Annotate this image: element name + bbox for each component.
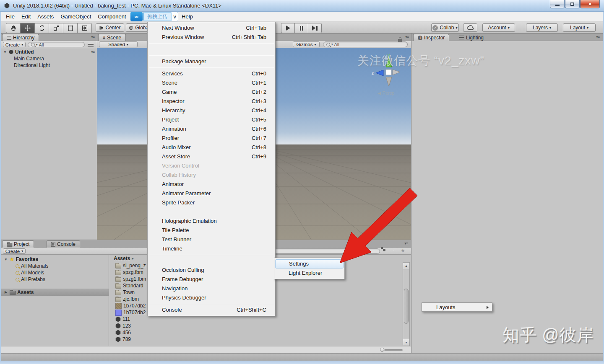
lock-icon[interactable] bbox=[398, 39, 402, 42]
menu-item[interactable]: Holographic Emulation bbox=[148, 217, 275, 226]
menu-item[interactable] bbox=[149, 67, 274, 68]
persp-toggle[interactable]: ◀ Persp bbox=[378, 90, 394, 96]
menu-item[interactable]: Hierarchy Ctrl+4 bbox=[148, 106, 275, 115]
foldout-icon[interactable]: ▶ bbox=[4, 290, 8, 294]
tab-hierarchy[interactable]: Hierarchy bbox=[2, 34, 39, 41]
create-dropdown[interactable]: Create ▾ bbox=[3, 248, 26, 254]
asset-item[interactable]: 123 bbox=[109, 323, 403, 329]
menu-item[interactable]: Console Ctrl+Shift+C bbox=[148, 305, 275, 315]
pane-menu-icon[interactable]: ▾≡ bbox=[91, 35, 94, 39]
axis-down-cone[interactable] bbox=[386, 77, 392, 86]
menu-item[interactable] bbox=[149, 304, 274, 304]
search-input[interactable]: ▾ All bbox=[28, 42, 85, 47]
maximize-button[interactable] bbox=[565, 0, 580, 8]
asset-list-scrollbar[interactable]: ▲ ▼ bbox=[403, 262, 410, 346]
collab-button[interactable]: ✓ Collab ▾ bbox=[431, 23, 459, 32]
move-tool-button[interactable] bbox=[20, 23, 35, 33]
menu-item[interactable]: Next Window Ctrl+Tab bbox=[148, 23, 275, 33]
pane-menu-icon[interactable]: ▾≡ bbox=[91, 50, 94, 54]
submenu-item[interactable]: Settings bbox=[275, 259, 344, 268]
menu-item[interactable]: Project Ctrl+5 bbox=[148, 115, 275, 124]
menu-item[interactable]: Scene Ctrl+1 bbox=[148, 78, 275, 88]
menu-item[interactable]: Test Runner bbox=[148, 235, 275, 244]
menu-item[interactable]: Audio Mixer Ctrl+8 bbox=[148, 143, 275, 152]
scrollbar-thumb[interactable] bbox=[404, 289, 409, 324]
gizmos-dropdown[interactable]: Gizmos ▾ bbox=[293, 41, 320, 47]
menubar-item[interactable]: Component bbox=[94, 12, 129, 22]
project-search-input[interactable]: ▾ bbox=[259, 248, 380, 254]
menu-item[interactable]: Asset Store Ctrl+9 bbox=[148, 152, 275, 161]
menu-item[interactable]: Animator Parameter bbox=[148, 189, 275, 198]
tab-lighting[interactable]: Lighting bbox=[455, 34, 488, 41]
filter-icon[interactable] bbox=[88, 43, 94, 46]
tab-inspector[interactable]: i Inspector bbox=[413, 34, 449, 41]
menubar-item[interactable]: Assets bbox=[34, 12, 57, 22]
favorites-filter-icon[interactable]: ★ bbox=[401, 248, 405, 253]
step-button[interactable] bbox=[308, 23, 322, 33]
rotate-tool-button[interactable] bbox=[34, 23, 49, 33]
favorites-item[interactable]: All Materials bbox=[1, 263, 109, 269]
foldout-icon[interactable]: ▼ bbox=[3, 50, 7, 54]
scene-root-row[interactable]: ▼ Untitled ▾≡ bbox=[1, 49, 97, 55]
axis-z-cone[interactable] bbox=[376, 70, 383, 76]
menu-item[interactable]: Package Manager bbox=[148, 57, 275, 66]
gizmo-center-cube[interactable] bbox=[386, 70, 391, 75]
scroll-down-button[interactable]: ▼ bbox=[403, 339, 409, 346]
axis-x-cone[interactable] bbox=[393, 70, 400, 75]
menu-item[interactable]: Services Ctrl+0 bbox=[148, 69, 275, 78]
menu-item[interactable]: Navigation bbox=[148, 284, 275, 293]
favorites-item[interactable]: All Prefabs bbox=[1, 276, 109, 283]
menu-item[interactable]: Previous Window Ctrl+Shift+Tab bbox=[148, 33, 275, 42]
pane-menu-icon[interactable]: ▾≡ bbox=[596, 35, 599, 39]
transform-tool-button[interactable] bbox=[77, 23, 92, 33]
tab-scene[interactable]: # Scene bbox=[98, 34, 126, 41]
hierarchy-item[interactable]: Directional Light bbox=[1, 62, 97, 69]
menu-item[interactable]: Occlusion Culling bbox=[148, 266, 275, 275]
zoom-slider-track[interactable] bbox=[384, 349, 403, 351]
account-dropdown[interactable]: Account ▾ bbox=[482, 23, 515, 32]
menu-item[interactable]: Layouts bbox=[422, 302, 492, 312]
asset-item[interactable]: 456 bbox=[109, 329, 403, 336]
menubar-item[interactable]: File bbox=[3, 12, 18, 22]
pivot-button[interactable]: Center bbox=[96, 23, 124, 32]
submenu-item[interactable]: Light Explorer bbox=[274, 268, 344, 278]
cloud-button[interactable] bbox=[463, 23, 477, 32]
menu-item[interactable]: Profiler Ctrl+7 bbox=[148, 134, 275, 143]
tab-project[interactable]: Project bbox=[2, 240, 34, 248]
pane-menu-icon[interactable]: ▾≡ bbox=[404, 241, 408, 245]
upload-tool-icon[interactable]: ∞ bbox=[130, 12, 143, 21]
menu-item[interactable]: Tile Palette bbox=[148, 226, 275, 235]
upload-overlay-label[interactable]: 拖拽上传 bbox=[143, 12, 172, 21]
menu-item[interactable]: Collab History bbox=[148, 170, 275, 180]
create-dropdown[interactable]: Create ▾ bbox=[3, 42, 26, 47]
menu-item[interactable]: Frame Debugger bbox=[148, 275, 275, 284]
hand-tool-button[interactable] bbox=[6, 23, 21, 33]
menu-item[interactable]: Inspector Ctrl+3 bbox=[148, 97, 275, 106]
menu-item[interactable]: Game Ctrl+2 bbox=[148, 88, 275, 97]
assets-root-row[interactable]: ▶ Assets bbox=[1, 289, 109, 296]
menu-item[interactable] bbox=[149, 43, 274, 44]
tab-console[interactable]: Console bbox=[47, 240, 80, 248]
menu-item[interactable]: Version Control bbox=[148, 161, 275, 170]
layers-dropdown[interactable]: Layers ▾ bbox=[526, 23, 558, 32]
layout-dropdown[interactable]: Layout ▾ bbox=[563, 23, 596, 32]
menu-item[interactable]: Animator bbox=[148, 180, 275, 189]
pause-button[interactable] bbox=[294, 23, 308, 33]
menu-item[interactable] bbox=[149, 255, 274, 255]
menubar-item-help[interactable]: Help bbox=[178, 12, 196, 22]
minimize-button[interactable] bbox=[550, 0, 565, 8]
upload-overlay[interactable]: 拖拽上传 v bbox=[143, 12, 179, 21]
scale-tool-button[interactable] bbox=[49, 23, 63, 33]
asset-item[interactable]: 111 bbox=[109, 316, 403, 323]
scroll-up-button[interactable]: ▲ bbox=[403, 263, 409, 269]
menu-item[interactable]: Sprite Packer bbox=[148, 198, 275, 207]
shading-dropdown[interactable]: Shaded ▾ bbox=[99, 41, 138, 47]
favorites-item[interactable]: All Models bbox=[1, 269, 109, 276]
menu-item[interactable]: Animation Ctrl+6 bbox=[148, 124, 275, 134]
menu-item[interactable]: Physics Debugger bbox=[148, 293, 275, 302]
favorites-row[interactable]: ▼ ★ Favorites bbox=[1, 256, 109, 263]
pane-menu-icon[interactable]: ▾≡ bbox=[405, 35, 409, 39]
menu-item[interactable]: Timeline bbox=[148, 244, 275, 253]
close-button[interactable]: × bbox=[580, 0, 600, 8]
asset-item[interactable]: 789 bbox=[109, 336, 403, 343]
